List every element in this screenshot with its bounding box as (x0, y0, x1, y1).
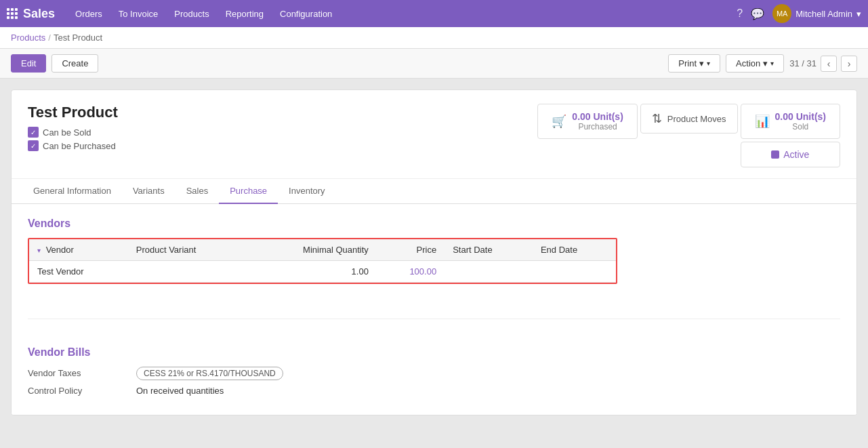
nav-products[interactable]: Products (167, 5, 215, 23)
chart-icon: 📊 (755, 114, 770, 129)
vendors-table-wrapper: ▾ Vendor Product Variant Minimal Quantit… (28, 238, 617, 284)
cell-product-variant (128, 261, 248, 283)
control-policy-row: Control Policy On received quantities (28, 386, 840, 396)
product-header: Test Product ✓ Can be Sold ✓ Can be Purc… (12, 90, 856, 179)
vendor-taxes-value: CESS 21% or RS.4170/THOUSAND (136, 367, 283, 380)
sort-arrow-icon: ▾ (37, 247, 41, 254)
col-product-variant: Product Variant (128, 239, 248, 261)
pagination: 31 / 31 ‹ › (789, 56, 857, 72)
print-label: Print (678, 58, 697, 68)
page-header: Products / Test Product (0, 27, 868, 49)
tab-variants[interactable]: Variants (122, 179, 175, 204)
product-stats: 🛒 0.00 Unit(s) Purchased ⇅ Product Moves (537, 104, 840, 167)
pagination-next-button[interactable]: › (841, 56, 857, 72)
control-policy-value: On received quantities (136, 386, 224, 396)
nav-orders[interactable]: Orders (68, 5, 109, 23)
vendor-bills-title: Vendor Bills (28, 346, 840, 359)
sold-amount: 0.00 Unit(s) (775, 111, 826, 122)
cell-end-date (533, 261, 616, 283)
pagination-prev-button[interactable]: ‹ (821, 56, 837, 72)
cell-start-date (445, 261, 533, 283)
active-icon (771, 150, 779, 159)
user-menu[interactable]: MA Mitchell Admin ▾ (772, 4, 861, 23)
help-icon[interactable]: ? (737, 7, 743, 20)
purchased-stat-button[interactable]: 🛒 0.00 Unit(s) Purchased (537, 104, 637, 139)
section-divider (28, 319, 840, 319)
cart-icon: 🛒 (552, 114, 566, 129)
product-moves-button[interactable]: ⇅ Product Moves (640, 104, 738, 134)
vendor-tax-tag[interactable]: CESS 21% or RS.4170/THOUSAND (136, 367, 283, 380)
app-brand[interactable]: Sales (7, 7, 55, 21)
print-chevron-icon: ▾ (699, 58, 704, 68)
tab-purchase[interactable]: Purchase (219, 179, 278, 204)
can-be-purchased-label: Can be Purchased (43, 141, 116, 151)
vendors-table-body: Test Vendor 1.00 100.00 (29, 261, 616, 283)
col-end-date: End Date (533, 239, 616, 261)
cell-price: 100.00 (377, 261, 445, 283)
breadcrumb-parent[interactable]: Products (11, 33, 45, 43)
can-be-purchased-row: ✓ Can be Purchased (28, 140, 118, 151)
user-name: Mitchell Admin (795, 9, 852, 19)
user-chevron-icon: ▾ (856, 9, 861, 19)
can-be-sold-label: Can be Sold (43, 127, 91, 138)
active-label: Active (783, 149, 809, 160)
product-title-section: Test Product ✓ Can be Sold ✓ Can be Purc… (28, 104, 118, 154)
breadcrumb-current: Test Product (54, 33, 102, 43)
product-tabs: General Information Variants Sales Purch… (12, 179, 856, 204)
can-be-sold-checkbox[interactable]: ✓ (28, 127, 39, 138)
chat-icon[interactable]: 💬 (751, 7, 764, 20)
col-vendor: ▾ Vendor (29, 239, 128, 261)
control-policy-label: Control Policy (28, 386, 123, 396)
navbar: Sales Orders To Invoice Products Reporti… (0, 0, 868, 27)
product-moves-label: Product Moves (667, 114, 726, 124)
vendors-section: Vendors ▾ Vendor Product Variant Minimal… (28, 218, 840, 291)
action-chevron-icon: ▾ (763, 58, 768, 68)
grid-icon (7, 8, 18, 19)
navbar-right: ? 💬 MA Mitchell Admin ▾ (737, 4, 861, 23)
content-area: Test Product ✓ Can be Sold ✓ Can be Purc… (0, 79, 868, 448)
nav-configuration[interactable]: Configuration (273, 5, 339, 23)
action-label: Action (736, 58, 760, 68)
col-price: Price (377, 239, 445, 261)
col-minimal-quantity: Minimal Quantity (248, 239, 377, 261)
create-button[interactable]: Create (51, 54, 98, 73)
table-row[interactable]: Test Vendor 1.00 100.00 (29, 261, 616, 283)
user-avatar: MA (772, 4, 791, 23)
nav-to-invoice[interactable]: To Invoice (112, 5, 165, 23)
purchased-label: Purchased (572, 122, 623, 131)
sold-stat-button[interactable]: 📊 0.00 Unit(s) Sold (741, 104, 840, 139)
nav-reporting[interactable]: Reporting (219, 5, 270, 23)
main-nav: Orders To Invoice Products Reporting Con… (68, 5, 737, 23)
pagination-text: 31 / 31 (789, 58, 817, 68)
action-button[interactable]: Action ▾ (726, 54, 784, 73)
vendor-bills-section: Vendor Bills Vendor Taxes CESS 21% or RS… (28, 346, 840, 396)
purchase-tab-content: Vendors ▾ Vendor Product Variant Minimal… (12, 204, 856, 415)
active-badge-button[interactable]: Active (741, 142, 840, 167)
tab-general-information[interactable]: General Information (22, 179, 122, 204)
vendors-title: Vendors (28, 218, 840, 230)
cell-minimal-quantity: 1.00 (248, 261, 377, 283)
vendor-taxes-row: Vendor Taxes CESS 21% or RS.4170/THOUSAN… (28, 367, 840, 380)
purchased-amount: 0.00 Unit(s) (572, 111, 623, 122)
breadcrumb-separator: / (48, 33, 51, 43)
cell-vendor: Test Vendor (29, 261, 128, 283)
product-title: Test Product (28, 104, 118, 121)
vendor-taxes-label: Vendor Taxes (28, 368, 123, 378)
can-be-sold-row: ✓ Can be Sold (28, 127, 118, 138)
edit-button[interactable]: Edit (11, 54, 46, 73)
col-start-date: Start Date (445, 239, 533, 261)
vendors-table: ▾ Vendor Product Variant Minimal Quantit… (29, 239, 616, 283)
can-be-purchased-checkbox[interactable]: ✓ (28, 140, 39, 151)
product-card: Test Product ✓ Can be Sold ✓ Can be Purc… (11, 89, 857, 415)
print-button[interactable]: Print ▾ (668, 54, 720, 73)
tab-inventory[interactable]: Inventory (278, 179, 335, 204)
app-title: Sales (23, 7, 55, 21)
moves-icon: ⇅ (652, 111, 662, 126)
vendors-table-header: ▾ Vendor Product Variant Minimal Quantit… (29, 239, 616, 261)
breadcrumb: Products / Test Product (0, 27, 868, 48)
toolbar: Edit Create Print ▾ Action ▾ 31 / 31 ‹ › (0, 49, 868, 79)
sold-label: Sold (775, 122, 826, 131)
tab-sales[interactable]: Sales (175, 179, 220, 204)
